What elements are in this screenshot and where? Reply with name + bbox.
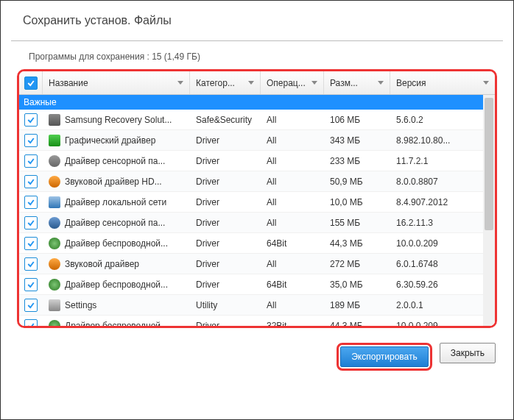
row-checkbox[interactable]: [24, 299, 38, 312]
row-name: Драйвер беспроводной...: [65, 280, 168, 290]
row-checkbox[interactable]: [24, 278, 38, 291]
sort-icon: [177, 81, 183, 85]
row-name-cell: Драйвер сенсорной па...: [43, 217, 190, 229]
sort-icon: [378, 81, 384, 85]
row-name-cell: Драйвер локальной сети: [43, 196, 190, 208]
table-row[interactable]: Драйвер беспроводной...Driver64Bit44,3 М…: [19, 233, 495, 254]
row-checkbox[interactable]: [24, 196, 38, 209]
row-name-cell: Драйвер беспроводной...: [43, 238, 190, 249]
programs-table: Название Категор... Операц... Разм... Ве…: [17, 69, 497, 328]
row-checkbox-cell: [19, 154, 43, 168]
table-row[interactable]: Звуковой драйверDriverAll272 МБ6.0.1.674…: [19, 254, 495, 274]
sort-icon: [248, 81, 254, 85]
row-name-cell: Драйвер беспроводной...: [43, 279, 190, 291]
row-checkbox-cell: [19, 113, 43, 127]
row-size: 10,0 МБ: [324, 197, 390, 207]
table-row[interactable]: Samsung Recovery Solut...Safe&SecurityAl…: [19, 110, 495, 130]
row-name: Драйвер сенсорной па...: [65, 218, 165, 228]
row-checkbox[interactable]: [24, 237, 38, 250]
row-checkbox[interactable]: [24, 257, 38, 271]
table-row[interactable]: Звуковой драйвер HD...DriverAll50,9 МБ8.…: [19, 171, 495, 192]
row-category: Driver: [190, 321, 261, 329]
row-size: 44,3 МБ: [324, 321, 390, 329]
header-category[interactable]: Категор...: [190, 71, 261, 94]
row-checkbox[interactable]: [24, 154, 38, 168]
scrollbar-thumb[interactable]: [485, 98, 493, 230]
close-button[interactable]: Закрыть: [440, 343, 496, 363]
app-icon: [49, 135, 60, 146]
row-version: 10.0.0.209: [390, 321, 495, 329]
row-name: Драйвер локальной сети: [65, 197, 166, 207]
row-os: All: [261, 115, 324, 125]
row-checkbox-cell: [19, 237, 43, 250]
row-checkbox[interactable]: [24, 113, 38, 127]
table-row[interactable]: Графический драйверDriverAll343 МБ8.982.…: [19, 130, 495, 151]
table-row[interactable]: Драйвер сенсорной па...DriverAll155 МБ16…: [19, 213, 495, 233]
row-name-cell: Samsung Recovery Solut...: [43, 114, 190, 126]
summary-text: Программы для сохранения : 15 (1,49 ГБ): [1, 41, 513, 69]
row-name-cell: Графический драйвер: [43, 135, 190, 146]
row-os: 32Bit: [261, 321, 324, 329]
row-os: All: [261, 135, 324, 146]
table-row[interactable]: Драйвер беспроводной...Driver32Bit44,3 М…: [19, 316, 495, 328]
row-size: 272 МБ: [324, 259, 390, 269]
table-row[interactable]: SettingsUtilityAll189 МБ2.0.0.1: [19, 295, 495, 316]
row-checkbox-cell: [19, 257, 43, 271]
row-category: Utility: [190, 300, 261, 310]
header-os[interactable]: Операц...: [261, 71, 324, 94]
export-button[interactable]: Экспортировать: [340, 346, 429, 367]
row-name: Звуковой драйвер: [65, 259, 139, 269]
row-checkbox-cell: [19, 196, 43, 209]
row-name-cell: Драйвер беспроводной...: [43, 320, 190, 329]
row-version: 6.30.59.26: [390, 280, 495, 290]
row-category: Driver: [190, 156, 261, 166]
sort-icon: [483, 81, 489, 85]
table-row[interactable]: Драйвер локальной сетиDriverAll10,0 МБ8.…: [19, 192, 495, 213]
row-size: 106 МБ: [324, 115, 390, 125]
header-name[interactable]: Название: [43, 71, 190, 94]
row-name-cell: Settings: [43, 299, 190, 311]
app-icon: [49, 299, 60, 311]
row-os: All: [261, 300, 324, 310]
row-name: Звуковой драйвер HD...: [65, 177, 162, 187]
row-os: All: [261, 218, 324, 228]
row-name: Драйвер беспроводной...: [65, 238, 168, 249]
row-category: Driver: [190, 135, 261, 146]
table-row[interactable]: Драйвер сенсорной па...DriverAll233 МБ11…: [19, 151, 495, 171]
header-size[interactable]: Разм...: [324, 71, 390, 94]
row-name-cell: Звуковой драйвер: [43, 258, 190, 270]
row-category: Driver: [190, 280, 261, 290]
row-size: 155 МБ: [324, 218, 390, 228]
app-icon: [49, 176, 60, 188]
row-category: Driver: [190, 197, 261, 207]
dialog-window: Сохранить установ. Файлы Программы для с…: [0, 0, 514, 420]
app-icon: [49, 196, 60, 208]
header-version-label: Версия: [396, 78, 426, 88]
row-size: 233 МБ: [324, 156, 390, 166]
row-checkbox[interactable]: [24, 319, 38, 329]
select-all-checkbox[interactable]: [24, 76, 38, 90]
group-header-important[interactable]: Важные: [19, 95, 495, 110]
row-checkbox[interactable]: [24, 216, 38, 229]
row-size: 189 МБ: [324, 300, 390, 310]
row-os: All: [261, 177, 324, 187]
vertical-scrollbar[interactable]: [483, 95, 495, 326]
row-checkbox[interactable]: [24, 175, 38, 188]
header-version[interactable]: Версия: [390, 71, 495, 94]
app-icon: [49, 155, 60, 167]
row-checkbox-cell: [19, 299, 43, 312]
row-category: Driver: [190, 177, 261, 187]
app-icon: [49, 114, 60, 126]
export-highlight: Экспортировать: [337, 343, 432, 371]
row-category: Driver: [190, 238, 261, 249]
row-name: Драйвер беспроводной...: [65, 321, 168, 329]
row-size: 343 МБ: [324, 135, 390, 146]
row-checkbox-cell: [19, 278, 43, 291]
row-version: 6.0.1.6748: [390, 259, 495, 269]
row-version: 5.6.0.2: [390, 115, 495, 125]
row-os: All: [261, 156, 324, 166]
row-checkbox[interactable]: [24, 134, 38, 147]
app-icon: [49, 238, 60, 249]
table-row[interactable]: Драйвер беспроводной...Driver64Bit35,0 М…: [19, 274, 495, 295]
dialog-footer: Экспортировать Закрыть: [1, 328, 513, 385]
